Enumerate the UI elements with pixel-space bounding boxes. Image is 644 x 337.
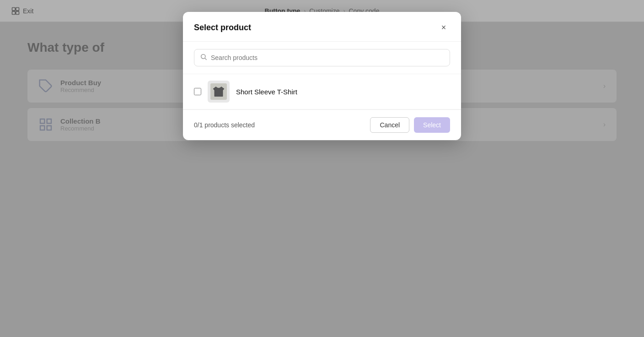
modal-header: Select product × bbox=[183, 12, 461, 42]
svg-point-9 bbox=[201, 54, 205, 59]
select-button[interactable]: Select bbox=[414, 117, 450, 133]
product-image-0 bbox=[208, 81, 230, 103]
list-item[interactable]: Short Sleeve T-Shirt bbox=[183, 74, 461, 109]
search-input[interactable] bbox=[211, 54, 444, 61]
svg-line-10 bbox=[205, 58, 207, 60]
tshirt-thumbnail-icon bbox=[210, 83, 227, 100]
selected-count: 0/1 products selected bbox=[194, 121, 255, 129]
select-product-modal: Select product × Short S bbox=[183, 12, 461, 140]
footer-buttons: Cancel Select bbox=[370, 117, 450, 133]
search-input-wrap bbox=[194, 49, 450, 66]
product-checkbox-0[interactable] bbox=[194, 88, 201, 95]
modal-footer: 0/1 products selected Cancel Select bbox=[183, 109, 461, 140]
modal-search-section bbox=[183, 42, 461, 74]
modal-title: Select product bbox=[194, 23, 251, 33]
modal-close-button[interactable]: × bbox=[437, 21, 450, 34]
product-list: Short Sleeve T-Shirt bbox=[183, 74, 461, 109]
cancel-button[interactable]: Cancel bbox=[370, 117, 409, 133]
search-icon bbox=[200, 53, 207, 62]
product-name-0: Short Sleeve T-Shirt bbox=[236, 88, 297, 96]
